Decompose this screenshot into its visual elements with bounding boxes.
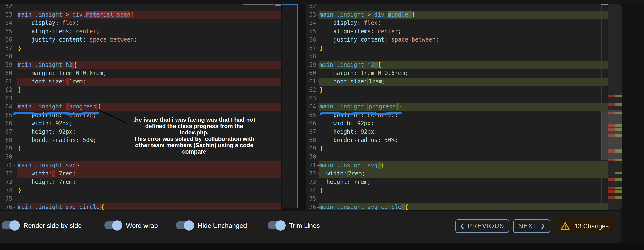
line-number: 59 [0, 61, 12, 69]
code-line: 72- width: 7rem; [0, 170, 281, 178]
code-text: margin: 1rem 0 0.6rem; [18, 69, 107, 78]
page-bottom-strip [0, 243, 644, 250]
code-text: main .insight > div.material span{ [18, 10, 134, 19]
code-line: 53-main .insight > div.material span{ [0, 10, 281, 19]
line-number: 68 [0, 136, 12, 144]
code-text: border-radius: 50%; [18, 136, 96, 144]
code-text: main .insight svg{ [18, 161, 80, 170]
next-label: NEXT [518, 222, 537, 230]
code-text: border-radius: 50%; [320, 136, 398, 144]
code-line: 58 [306, 52, 622, 61]
code-text: font-size:1rem; [320, 78, 386, 86]
code-line: 52 [306, 4, 622, 10]
code-text: width:7rem; [320, 170, 365, 178]
line-number: 73 [0, 178, 12, 186]
code-line: 53+main .insight > div.middle { [306, 10, 622, 19]
line-number: 64 [306, 102, 316, 111]
line-number: 59 [306, 61, 316, 69]
code-text: justify-content: space-between; [320, 36, 439, 44]
changes-badge[interactable]: 13 Changes [555, 218, 614, 234]
toggle-knob[interactable] [184, 220, 194, 231]
diff-marker: - [13, 61, 16, 69]
code-line: 66 width: 92px; [306, 119, 622, 128]
code-text: } [18, 86, 21, 94]
code-line: 65 position: relative; [306, 111, 622, 120]
code-line: 56 justify-content: space-between; [306, 36, 622, 44]
code-line: 75 [0, 195, 281, 203]
line-number: 65 [0, 111, 12, 120]
code-line: 60 margin: 1rem 0 0.6rem; [306, 69, 622, 78]
code-line: 76+main .insight svg circle { [306, 203, 622, 210]
code-text: align-items: center; [320, 27, 402, 36]
line-number: 54 [0, 19, 12, 27]
chevron-right-icon [541, 223, 545, 229]
line-number: 63 [306, 94, 316, 103]
code-line: 62} [306, 86, 622, 94]
line-number: 55 [306, 27, 316, 36]
line-number: 58 [306, 52, 316, 61]
next-button[interactable]: NEXT [513, 219, 550, 233]
bottom-toolbar: Render side by sideWord wrapHide Unchang… [0, 210, 621, 243]
line-number: 74 [306, 186, 316, 195]
toggle-label: Word wrap [126, 222, 158, 230]
line-number: 70 [0, 153, 12, 161]
line-number: 53 [0, 10, 12, 19]
diff-pane-right: 5253+main .insight > div.middle {54 disp… [306, 4, 622, 210]
line-number: 69 [0, 144, 12, 153]
changes-count: 13 Changes [574, 223, 609, 230]
code-line: 59+main .insight h3 { [306, 61, 622, 69]
code-line: 75 [306, 195, 622, 203]
line-number: 72 [306, 170, 316, 178]
code-line: 73 height: 7rem; [306, 178, 622, 186]
line-number: 66 [0, 119, 12, 128]
code-text: position: relative; [320, 111, 398, 120]
previous-button[interactable]: PREVIOUS [455, 219, 509, 233]
code-line: 61+ font-size:1rem; [306, 78, 622, 86]
line-number: 68 [306, 136, 316, 144]
line-number: 61 [306, 78, 316, 86]
code-line: 54 display: flex; [306, 19, 622, 27]
toggle-label: Hide Unchanged [198, 222, 247, 230]
annotation-text: the issue that i was facing was that I h… [131, 116, 257, 155]
line-number: 56 [0, 36, 12, 44]
toggle-knob[interactable] [275, 220, 286, 231]
code-text: justify-content: space-between; [18, 36, 137, 44]
code-line: 58 [0, 52, 281, 61]
line-number: 58 [0, 52, 12, 61]
code-line: 55 align-items: center; [0, 27, 281, 36]
line-number: 52 [0, 4, 12, 10]
code-line: 69} [306, 144, 622, 153]
line-number: 69 [306, 144, 316, 153]
toggle-label: Trim Lines [289, 222, 320, 230]
code-text: main .insight > div.middle { [320, 10, 415, 19]
line-number: 71 [0, 161, 12, 170]
diff-gutter-sash[interactable] [282, 4, 298, 208]
page-top-strip [0, 0, 644, 4]
toggle-knob[interactable] [10, 220, 20, 231]
code-text: } [320, 44, 323, 52]
line-number: 76 [0, 203, 12, 210]
code-line: 56 justify-content: space-between; [0, 36, 281, 44]
line-number: 66 [306, 119, 316, 128]
code-text: main .insight svg circle { [320, 203, 408, 210]
code-text: margin: 1rem 0 0.6rem; [320, 69, 408, 78]
code-text: height: 92px; [320, 128, 378, 136]
code-text: main .insight h3{ [18, 61, 77, 69]
code-text: height: 92px; [18, 128, 76, 136]
line-number: 60 [0, 69, 12, 78]
code-line: 73 height: 7rem; [0, 178, 281, 186]
warning-icon [560, 222, 570, 231]
line-number: 55 [0, 27, 12, 36]
line-number: 65 [306, 111, 316, 120]
code-text: height: 7rem; [320, 178, 371, 186]
code-text: display: flex; [18, 19, 79, 27]
line-number: 60 [306, 69, 316, 78]
toggle-knob[interactable] [112, 220, 122, 231]
line-number: 53 [306, 10, 316, 19]
code-text: main .insight progress { [320, 102, 403, 111]
code-line: 67 height: 92px; [306, 128, 622, 136]
diff-marker: - [13, 161, 16, 170]
line-number: 75 [0, 195, 12, 203]
code-line: 57} [306, 44, 622, 52]
line-number: 57 [306, 44, 316, 52]
